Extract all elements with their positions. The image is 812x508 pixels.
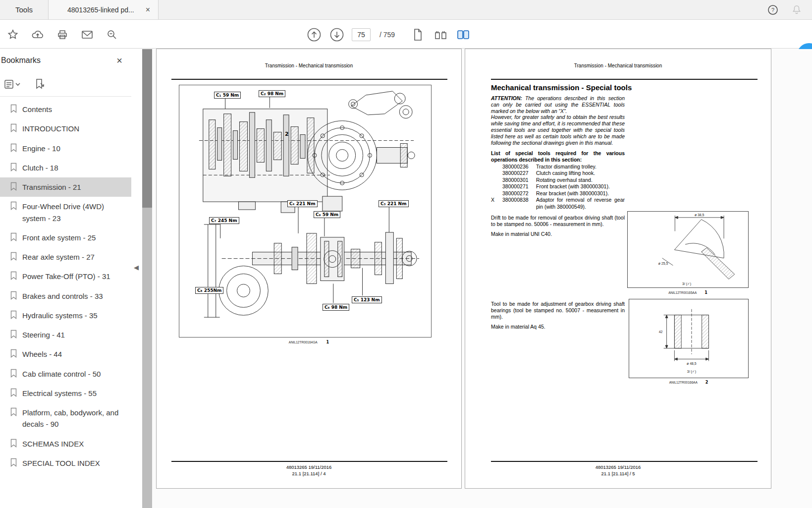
tool-description: Tool to be made for adjustment of gearbo… (491, 301, 625, 320)
sidebar-item[interactable]: INTRODUCTION (0, 119, 131, 138)
sleeve-dim-bottom: ø 48,5 (687, 362, 697, 365)
email-icon[interactable] (79, 27, 95, 43)
footer-doc-id: 48013265 19/11/2016 (465, 464, 771, 470)
sidebar-item[interactable]: Contents (0, 100, 131, 119)
cloud-upload-icon[interactable] (30, 27, 46, 43)
sidebar-item-label: Clutch - 18 (22, 162, 58, 173)
next-page-icon[interactable] (329, 27, 345, 43)
sleeve-tool-drawing: 42 ø 48,5 3/ (✓) (629, 299, 749, 378)
sidebar-item[interactable]: Transmission - 21 (0, 177, 131, 197)
sidebar-item-label: SCHEMAS INDEX (22, 438, 84, 450)
attention-text-2: However, for greater safety and to obtai… (491, 114, 625, 145)
search-zoom-icon[interactable] (104, 27, 120, 43)
tool-description: Clutch casing lifting hook. (536, 170, 625, 176)
pdf-page-right: Transmission - Mechanical transmission M… (465, 49, 771, 489)
tool-code: 380000272 (502, 190, 536, 197)
sidebar-item-label: Transmission - 21 (22, 181, 81, 193)
sidebar-item-label: INTRODUCTION (22, 123, 79, 134)
sidebar-item[interactable]: Cab climate control - 50 (0, 364, 131, 384)
page-total-label: / 759 (379, 31, 395, 39)
sidebar-item[interactable]: Rear axle system - 27 (0, 247, 131, 267)
sidebar-item-label: Hydraulic systems - 35 (22, 310, 98, 321)
sidebar-item[interactable]: Steering - 41 (0, 325, 131, 344)
special-tool-row: 380000227Clutch casing lifting hook. (491, 170, 625, 176)
sidebar-item[interactable]: Wheels - 44 (0, 344, 131, 364)
tool-description: Adaptor for removal of reverse gear pin … (536, 197, 625, 210)
page-thumbnails-icon[interactable] (433, 27, 448, 43)
transmission-diagram: 2 C₁ 59 NmC₂ 98 NmC₄ 221 NmC₃ 221 NmC₉ 5… (179, 85, 432, 338)
single-page-view-icon[interactable] (410, 27, 426, 43)
sidebar-item-label: Platform, cab, bodywork, and decals - 90 (22, 407, 126, 430)
torque-label: C₇ 245 Nm (209, 217, 239, 224)
tool-description: Front bracket (with 380000301). (536, 183, 625, 190)
bookmark-icon (10, 368, 17, 380)
torque-label: C₉ 59 Nm (314, 211, 340, 218)
special-tool-row: X380000838Adaptor for removal of reverse… (491, 197, 625, 210)
drift-material: Make in material UNI C40. (491, 231, 625, 237)
sidebar-item[interactable]: Power Take-Off (PTO) - 31 (0, 267, 131, 286)
close-bookmarks-icon[interactable]: × (112, 54, 126, 67)
sidebar-item-label: Engine - 10 (22, 143, 60, 154)
footer-doc-id: 48013265 19/11/2016 (157, 464, 461, 470)
tab-document[interactable]: 48013265-linked pd... × (49, 0, 159, 19)
previous-page-icon[interactable] (306, 27, 322, 43)
sidebar-item[interactable]: Brakes and controls - 33 (0, 286, 131, 306)
tool-code: 380000301 (502, 177, 536, 183)
document-tab-label: 48013265-linked pd... (67, 6, 134, 14)
svg-text:?: ? (771, 7, 774, 13)
tab-tools[interactable]: Tools (0, 0, 49, 19)
tool-list-heading: List of special tools required for the v… (491, 150, 625, 163)
notifications-bell-icon[interactable] (790, 3, 803, 16)
torque-label: C₄ 221 Nm (287, 200, 318, 207)
header-rule (491, 79, 758, 80)
tools-tab-label: Tools (15, 5, 33, 14)
sidebar-item[interactable]: SCHEMAS INDEX (0, 434, 131, 453)
sidebar-item[interactable]: Platform, cab, bodywork, and decals - 90 (0, 403, 131, 434)
vertical-scrollbar[interactable] (142, 49, 152, 508)
tool-description: Rear bracket (with 380000301). (536, 190, 625, 197)
browser-tab-bar: Tools 48013265-linked pd... × ? (0, 0, 812, 20)
two-page-view-icon[interactable] (455, 27, 471, 43)
bookmarks-panel: Bookmarks × ContentsINTRODUCTIONEngine -… (0, 49, 131, 508)
drift-finish-mark: 3/ (✓) (682, 282, 691, 286)
figure-number: 1 (704, 290, 707, 295)
sidebar-item-label: Steering - 41 (22, 329, 65, 340)
locate-bookmark-icon[interactable] (34, 78, 46, 90)
drawing2-caption: ANIL12TR00166AA 2 (629, 380, 749, 385)
tool-code: 380000236 (502, 164, 536, 170)
favorite-star-icon[interactable] (5, 27, 21, 43)
sidebar-item-label: Contents (22, 104, 52, 115)
tab-close-icon[interactable]: × (144, 5, 152, 14)
sidebar-collapse-handle[interactable]: ◀ (131, 260, 142, 275)
sidebar-item-label: Power Take-Off (PTO) - 31 (22, 271, 110, 282)
sidebar-item[interactable]: Front axle system - 25 (0, 228, 131, 247)
footer-rule (491, 461, 758, 462)
page-number-input[interactable] (352, 28, 371, 41)
footer-page-ref: 21.1 [21.114] / 4 (157, 471, 461, 476)
sidebar-item[interactable]: Hydraulic systems - 35 (0, 306, 131, 325)
sidebar-item[interactable]: Four-Wheel Drive (4WD) system - 23 (0, 197, 131, 228)
special-tool-row: 380000236Tractor dismantling trolley. (491, 164, 625, 170)
sidebar-item-label: Electrical systems - 55 (22, 388, 97, 399)
sidebar-item[interactable]: SPECIAL TOOL INDEX (0, 453, 131, 473)
bookmark-icon (10, 348, 17, 360)
sidebar-item[interactable]: Engine - 10 (0, 139, 131, 158)
bookmark-options-icon[interactable] (4, 79, 21, 90)
bookmark-icon (10, 388, 17, 399)
transmission-cross-section-drawing (179, 85, 431, 337)
bookmark-icon (10, 104, 17, 115)
sidebar-item[interactable]: Clutch - 18 (0, 158, 131, 177)
bookmark-icon (10, 123, 17, 134)
sidebar-item[interactable]: Electrical systems - 55 (0, 384, 131, 403)
torque-label: C₁ 59 Nm (214, 92, 241, 99)
sleeve-dim-left: 42 (659, 330, 663, 334)
bookmark-icon (10, 232, 17, 243)
scrollbar-thumb[interactable] (142, 49, 152, 208)
section-title: Mechanical transmission - Special tools (491, 83, 758, 92)
help-icon[interactable]: ? (766, 3, 779, 16)
print-icon[interactable] (54, 27, 70, 43)
bookmark-icon (10, 143, 17, 154)
page-header: Transmission - Mechanical transmission (157, 63, 461, 68)
sidebar-item-label: Wheels - 44 (22, 348, 62, 360)
figure-code: ANIL12TR00166AA (669, 381, 698, 384)
